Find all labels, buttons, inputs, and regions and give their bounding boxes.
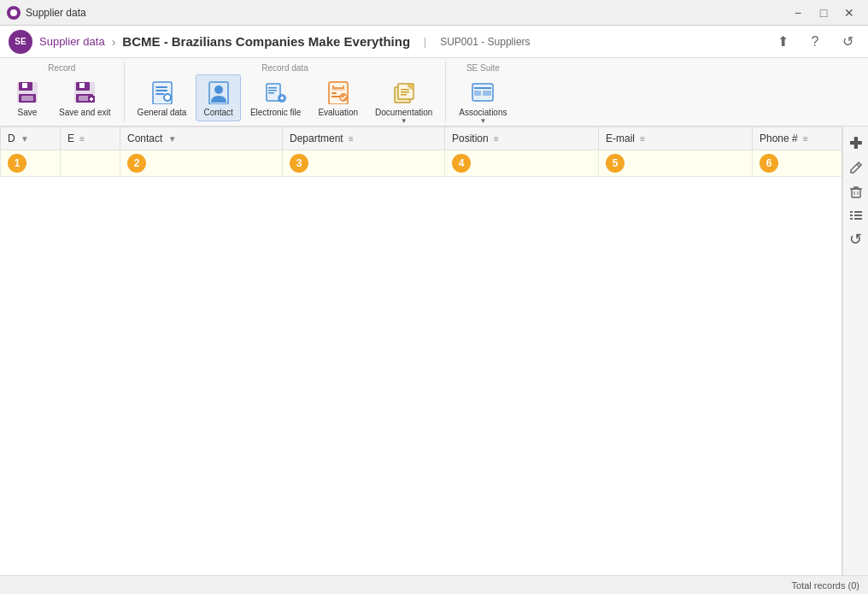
row-badge-2: 2 (127, 154, 146, 173)
save-button[interactable]: Save (5, 74, 50, 121)
svg-rect-2 (22, 83, 27, 88)
svg-rect-34 (401, 91, 409, 93)
contact-label: Contact (203, 108, 232, 117)
documentation-button[interactable]: Documentation ▼ (367, 74, 440, 129)
svg-rect-4 (21, 96, 33, 101)
breadcrumb-left: SE Supplier data › BCME - Brazilians Com… (9, 30, 531, 54)
row-badge-1: 1 (8, 154, 26, 173)
save-icon (14, 79, 41, 106)
svg-rect-13 (155, 90, 167, 91)
cell-contact: 2 (120, 150, 283, 177)
breadcrumb-right: ⬆ ? ↺ (771, 30, 859, 54)
col-header-department[interactable]: Department ≡ (283, 127, 445, 150)
col-header-d[interactable]: D ▼ (1, 127, 61, 150)
electronic-file-label: Electronic file (250, 108, 301, 117)
breadcrumb-divider: | (424, 36, 426, 48)
row-badge-6: 6 (760, 154, 778, 173)
toolbar-group-record-label: Record (5, 62, 119, 74)
maximize-button[interactable]: □ (812, 3, 836, 22)
title-bar-title: Supplier data (26, 7, 86, 19)
title-bar: Supplier data − □ ✕ (0, 0, 868, 26)
electronic-file-button[interactable]: Electronic file (243, 74, 308, 121)
minimize-button[interactable]: − (786, 3, 810, 22)
documentation-icon (390, 79, 418, 106)
list-button[interactable] (846, 205, 866, 226)
sort-icon-dept: ≡ (349, 134, 354, 144)
add-button[interactable]: ✚ (846, 133, 866, 154)
documentation-label: Documentation (375, 108, 432, 117)
contact-button[interactable]: Contact (196, 74, 240, 121)
cell-e (61, 150, 120, 177)
general-data-label: General data (138, 108, 187, 117)
col-header-position[interactable]: Position ≡ (445, 127, 599, 150)
svg-rect-14 (155, 93, 164, 95)
edit-button[interactable] (846, 157, 866, 178)
svg-rect-28 (331, 92, 337, 94)
app-main-icon: SE (9, 30, 32, 54)
nav-refresh-button[interactable]: ↺ (836, 30, 859, 54)
col-header-contact[interactable]: Contact ▼ (120, 127, 283, 150)
toolbar-group-se-suite-label: SE Suite (451, 62, 514, 74)
title-bar-controls: − □ ✕ (786, 3, 861, 22)
sort-icon-d: ▼ (21, 134, 29, 144)
table-row[interactable]: 1 2 3 4 5 6 (1, 150, 843, 177)
svg-rect-38 (474, 91, 481, 96)
cell-email: 5 (599, 150, 753, 177)
documentation-dropdown-arrow: ▼ (401, 117, 408, 125)
svg-rect-20 (268, 87, 277, 89)
evaluation-button[interactable]: Evaluation (310, 74, 366, 121)
nav-help-button[interactable]: ? (803, 30, 827, 54)
total-records: Total records (0) (792, 580, 859, 591)
svg-rect-42 (854, 211, 862, 213)
save-label: Save (18, 108, 38, 117)
associations-icon (469, 79, 496, 106)
col-header-email[interactable]: E-mail ≡ (599, 127, 753, 150)
svg-rect-43 (850, 215, 853, 216)
toolbar-group-se-suite-items: Associations ▼ (451, 74, 514, 129)
associations-button[interactable]: Associations ▼ (451, 74, 514, 129)
nav-up-button[interactable]: ⬆ (771, 30, 795, 54)
right-toolbar: ✚ ↺ (842, 126, 868, 575)
general-data-button[interactable]: General data (130, 74, 195, 121)
evaluation-label: Evaluation (318, 108, 358, 117)
toolbar-group-se-suite: SE Suite Associations ▼ (446, 62, 519, 122)
cell-position: 4 (445, 150, 599, 177)
refresh-button[interactable]: ↺ (846, 229, 866, 250)
svg-rect-39 (483, 91, 491, 96)
svg-rect-7 (79, 83, 85, 88)
cell-department: 3 (283, 150, 445, 177)
svg-rect-12 (155, 86, 167, 88)
col-header-e[interactable]: E ≡ (61, 127, 120, 150)
col-header-phone[interactable]: Phone # ≡ (753, 127, 843, 150)
svg-rect-27 (331, 88, 345, 91)
svg-rect-40 (852, 189, 860, 197)
contact-icon (205, 79, 232, 106)
svg-rect-29 (331, 96, 340, 97)
save-exit-icon (71, 79, 98, 106)
svg-rect-35 (401, 94, 407, 96)
breadcrumb-page-title: BCME - Brazilians Companies Make Everyth… (122, 34, 410, 49)
svg-rect-22 (268, 92, 274, 94)
close-button[interactable]: ✕ (837, 3, 861, 22)
sort-icon-position: ≡ (494, 134, 499, 144)
main-content: D ▼ E ≡ Contact ▼ Department ≡ (0, 126, 868, 575)
sort-icon-email: ≡ (640, 134, 645, 144)
toolbar-group-record-items: Save Save and exit (5, 74, 119, 121)
toolbar-group-record: Record Save (0, 62, 125, 122)
breadcrumb-sub-title: SUP001 - Suppliers (440, 36, 530, 48)
evaluation-icon (325, 79, 352, 106)
sort-icon-e: ≡ (79, 134, 85, 144)
svg-rect-41 (850, 211, 853, 213)
app-icon-small (7, 6, 21, 20)
delete-button[interactable] (846, 181, 866, 202)
associations-dropdown-arrow: ▼ (479, 117, 486, 125)
contacts-table: D ▼ E ≡ Contact ▼ Department ≡ (0, 126, 842, 177)
table-area: D ▼ E ≡ Contact ▼ Department ≡ (0, 126, 842, 575)
breadcrumb-app-name[interactable]: Supplier data (39, 35, 105, 48)
title-bar-left: Supplier data (7, 6, 86, 20)
status-bar: Total records (0) (0, 575, 868, 594)
save-and-exit-button[interactable]: Save and exit (51, 74, 119, 121)
save-exit-label: Save and exit (59, 108, 111, 117)
svg-rect-46 (854, 218, 862, 220)
breadcrumb-bar: SE Supplier data › BCME - Brazilians Com… (0, 26, 868, 58)
